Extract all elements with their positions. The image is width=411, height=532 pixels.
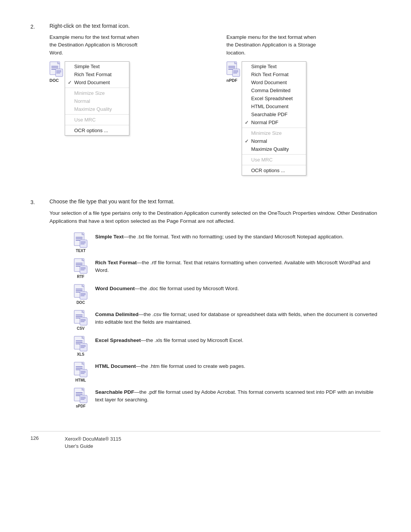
svg-rect-66 bbox=[76, 368, 83, 369]
svg-rect-8 bbox=[56, 73, 60, 73]
svg-rect-38 bbox=[76, 289, 83, 289]
menu-right-item-normal-pdf[interactable]: Normal PDF bbox=[242, 118, 306, 126]
format-item-xls: XLS Excel Spreadsheet—the .xls file form… bbox=[72, 336, 381, 356]
menu-left-icon-area: DOC Simple Text Rich Text Format Word Do… bbox=[49, 61, 204, 136]
menu-right-caption: Example menu for the text format when th… bbox=[226, 34, 318, 57]
svg-rect-12 bbox=[228, 67, 235, 68]
menu-left-divider-1 bbox=[65, 88, 129, 88]
format-desc-text: Simple Text—the .txt file format. Text w… bbox=[95, 232, 344, 241]
menu-right-divider-1 bbox=[242, 128, 306, 128]
menu-right-item-use-mrc: Use MRC bbox=[242, 156, 306, 164]
svg-rect-7 bbox=[56, 72, 61, 72]
menu-left-caption: Example menu for the text format when th… bbox=[49, 34, 141, 57]
menu-right-item-normal[interactable]: Normal bbox=[242, 137, 306, 145]
step-3-number: 3. bbox=[30, 198, 49, 408]
menu-right-item-comma-delimited[interactable]: Comma Delimited bbox=[242, 86, 306, 94]
svg-rect-62 bbox=[81, 347, 84, 348]
svg-rect-16 bbox=[233, 72, 238, 72]
menu-right-divider-2 bbox=[242, 154, 306, 155]
format-icon-rtf bbox=[74, 258, 88, 274]
format-item-rtf: RTF Rich Text Format—the .rtf file forma… bbox=[72, 258, 381, 279]
format-title-text: Simple Text bbox=[95, 234, 124, 240]
step-3-body-text: Your selection of a file type pertains o… bbox=[49, 209, 381, 225]
menu-right-item-searchable-pdf[interactable]: Searchable PDF bbox=[242, 110, 306, 118]
menu-right-doc-icon bbox=[226, 61, 240, 77]
svg-rect-52 bbox=[81, 320, 86, 321]
svg-rect-53 bbox=[81, 321, 84, 322]
step-3: 3. Choose the file type that you want fo… bbox=[30, 198, 381, 408]
menu-right-icon-label: nPDF bbox=[226, 78, 237, 83]
format-item-doc: DOC Word Document—the .doc file format u… bbox=[72, 284, 381, 305]
menu-right-icon-area: nPDF Simple Text Rich Text Format Word D… bbox=[226, 61, 381, 176]
menu-right-item-html[interactable]: HTML Document bbox=[242, 102, 306, 110]
format-item-text: TEXT Simple Text—the .txt file format. T… bbox=[72, 232, 381, 253]
svg-rect-25 bbox=[81, 243, 86, 243]
menu-left-item-minimize: Minimize Size bbox=[65, 89, 129, 97]
svg-rect-51 bbox=[81, 319, 86, 320]
menu-right-item-rich-text[interactable]: Rich Text Format bbox=[242, 70, 306, 78]
format-icon-text bbox=[74, 232, 88, 248]
format-icon-label-html: HTML bbox=[75, 378, 86, 382]
format-icon-wrap-xls: XLS bbox=[72, 336, 89, 356]
menu-right-item-simple-text[interactable]: Simple Text bbox=[242, 62, 306, 70]
menu-left-item-maximize: Maximize Quality bbox=[65, 105, 129, 113]
svg-rect-48 bbox=[76, 316, 83, 317]
format-icon-wrap-doc: DOC bbox=[72, 284, 89, 305]
step-2: 2. Right-click on the text format icon. … bbox=[30, 23, 381, 187]
format-icon-csv bbox=[74, 310, 88, 326]
format-icon-wrap-text: TEXT bbox=[72, 232, 89, 253]
format-desc-doc: Word Document—the .doc file format used … bbox=[95, 284, 239, 292]
menu-right-item-maximize[interactable]: Maximize Quality bbox=[242, 145, 306, 153]
svg-rect-33 bbox=[81, 267, 86, 268]
format-icon-label-text: TEXT bbox=[76, 249, 86, 253]
format-title-doc: Word Document bbox=[95, 286, 135, 291]
step-3-title: Choose the file type that you want for t… bbox=[49, 198, 381, 204]
format-item-html: HTML HTML Document—the .htm file format … bbox=[72, 362, 381, 382]
menu-right-item-word-doc[interactable]: Word Document bbox=[242, 78, 306, 86]
svg-rect-47 bbox=[76, 315, 83, 315]
menu-right-item-ocr-options[interactable]: OCR options ... bbox=[242, 166, 306, 174]
step-2-number: 2. bbox=[30, 23, 49, 187]
step-3-body-area: Your selection of a file type pertains o… bbox=[49, 209, 381, 408]
format-icon-wrap-csv: CSV bbox=[72, 310, 89, 331]
footer-brand: Xerox® DocuMate® 3115 User's Guide bbox=[65, 435, 121, 450]
menu-left-item-simple-text[interactable]: Simple Text bbox=[65, 62, 129, 70]
svg-rect-6 bbox=[56, 70, 61, 71]
footer: 126 Xerox® DocuMate® 3115 User's Guide bbox=[30, 431, 381, 450]
svg-rect-56 bbox=[76, 340, 83, 341]
svg-rect-26 bbox=[81, 244, 84, 244]
svg-rect-2 bbox=[51, 66, 58, 67]
svg-rect-24 bbox=[81, 241, 86, 242]
format-title-html: HTML Document bbox=[95, 363, 136, 369]
svg-rect-17 bbox=[233, 73, 237, 73]
menu-right-icon-with-menu: nPDF bbox=[226, 61, 240, 83]
svg-rect-44 bbox=[81, 296, 84, 296]
format-icon-label-csv: CSV bbox=[77, 326, 85, 331]
svg-rect-15 bbox=[233, 70, 238, 71]
footer-page-number: 126 bbox=[30, 435, 53, 450]
menu-left-divider-3 bbox=[65, 125, 129, 125]
menu-left-item-use-mrc: Use MRC bbox=[65, 116, 129, 124]
format-desc-xls: Excel Spreadsheet—the .xls file format u… bbox=[95, 336, 243, 344]
menu-left-item-word-doc[interactable]: Word Document bbox=[65, 78, 129, 86]
svg-rect-42 bbox=[81, 293, 86, 294]
menu-left-item-ocr-options[interactable]: OCR options ... bbox=[65, 126, 129, 134]
svg-rect-35 bbox=[81, 270, 84, 270]
format-icon-spdf bbox=[74, 388, 88, 404]
menu-right-divider-3 bbox=[242, 165, 306, 165]
format-title-rtf: Rich Text Format bbox=[95, 260, 137, 265]
svg-rect-21 bbox=[76, 238, 83, 239]
svg-rect-70 bbox=[81, 372, 86, 373]
svg-rect-78 bbox=[81, 397, 86, 398]
format-title-spdf: Searchable PDF bbox=[95, 389, 134, 395]
format-item-spdf: sPDF Searchable PDF—the .pdf file format… bbox=[72, 388, 381, 408]
menu-left-col: Example menu for the text format when th… bbox=[49, 34, 204, 176]
menu-right-item-excel[interactable]: Excel Spreadsheet bbox=[242, 94, 306, 102]
menu-left-item-rich-text[interactable]: Rich Text Format bbox=[65, 70, 129, 78]
format-title-xls: Excel Spreadsheet bbox=[95, 337, 141, 343]
menu-left-divider-2 bbox=[65, 114, 129, 115]
svg-rect-61 bbox=[81, 346, 86, 347]
format-icon-xls bbox=[74, 336, 88, 352]
svg-rect-75 bbox=[76, 394, 83, 395]
svg-rect-80 bbox=[81, 399, 84, 400]
